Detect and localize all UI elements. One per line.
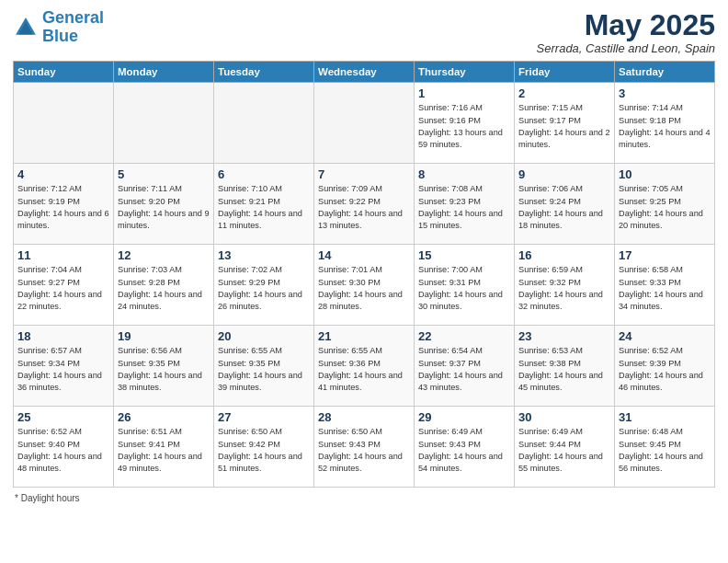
cell-info: Sunrise: 6:57 AM Sunset: 9:34 PM Dayligh… (17, 345, 109, 394)
cell-info: Sunrise: 6:52 AM Sunset: 9:40 PM Dayligh… (17, 426, 109, 475)
calendar-cell: 28Sunrise: 6:50 AM Sunset: 9:43 PM Dayli… (314, 407, 415, 488)
cell-info: Sunrise: 7:00 AM Sunset: 9:31 PM Dayligh… (418, 264, 510, 313)
calendar-cell (314, 83, 415, 164)
cell-info: Sunrise: 6:49 AM Sunset: 9:44 PM Dayligh… (518, 426, 610, 475)
day-number: 19 (118, 329, 210, 343)
calendar-cell: 29Sunrise: 6:49 AM Sunset: 9:43 PM Dayli… (415, 407, 515, 488)
week-row-2: 4Sunrise: 7:12 AM Sunset: 9:19 PM Daylig… (14, 164, 715, 245)
calendar-cell: 17Sunrise: 6:58 AM Sunset: 9:33 PM Dayli… (615, 245, 715, 326)
calendar-cell: 14Sunrise: 7:01 AM Sunset: 9:30 PM Dayli… (314, 245, 415, 326)
cell-info: Sunrise: 6:55 AM Sunset: 9:35 PM Dayligh… (218, 345, 310, 394)
calendar-header-row: SundayMondayTuesdayWednesdayThursdayFrid… (14, 62, 715, 83)
cell-info: Sunrise: 7:06 AM Sunset: 9:24 PM Dayligh… (518, 183, 610, 232)
calendar-cell: 15Sunrise: 7:00 AM Sunset: 9:31 PM Dayli… (415, 245, 515, 326)
day-number: 14 (318, 248, 410, 262)
logo-icon (13, 15, 39, 40)
day-header-saturday: Saturday (615, 62, 715, 83)
cell-info: Sunrise: 7:10 AM Sunset: 9:21 PM Dayligh… (218, 183, 310, 232)
calendar-cell: 7Sunrise: 7:09 AM Sunset: 9:22 PM Daylig… (314, 164, 415, 245)
day-number: 31 (619, 410, 711, 424)
day-header-sunday: Sunday (14, 62, 114, 83)
calendar-cell: 26Sunrise: 6:51 AM Sunset: 9:41 PM Dayli… (114, 407, 214, 488)
day-number: 7 (318, 167, 410, 181)
cell-info: Sunrise: 7:14 AM Sunset: 9:18 PM Dayligh… (619, 102, 711, 151)
week-row-1: 1Sunrise: 7:16 AM Sunset: 9:16 PM Daylig… (14, 83, 715, 164)
day-number: 25 (17, 410, 109, 424)
cell-info: Sunrise: 6:48 AM Sunset: 9:45 PM Dayligh… (619, 426, 711, 475)
day-number: 28 (318, 410, 410, 424)
cell-info: Sunrise: 7:01 AM Sunset: 9:30 PM Dayligh… (318, 264, 410, 313)
day-number: 15 (418, 248, 510, 262)
cell-info: Sunrise: 7:09 AM Sunset: 9:22 PM Dayligh… (318, 183, 410, 232)
month-title: May 2025 (537, 9, 715, 41)
calendar-cell: 4Sunrise: 7:12 AM Sunset: 9:19 PM Daylig… (14, 164, 114, 245)
calendar-cell: 25Sunrise: 6:52 AM Sunset: 9:40 PM Dayli… (14, 407, 114, 488)
day-number: 16 (518, 248, 610, 262)
calendar-cell: 24Sunrise: 6:52 AM Sunset: 9:39 PM Dayli… (615, 326, 715, 407)
calendar-cell: 21Sunrise: 6:55 AM Sunset: 9:36 PM Dayli… (314, 326, 415, 407)
day-number: 6 (218, 167, 310, 181)
day-number: 3 (619, 86, 711, 100)
cell-info: Sunrise: 7:02 AM Sunset: 9:29 PM Dayligh… (218, 264, 310, 313)
calendar-cell: 16Sunrise: 6:59 AM Sunset: 9:32 PM Dayli… (515, 245, 615, 326)
cell-info: Sunrise: 7:15 AM Sunset: 9:17 PM Dayligh… (518, 102, 610, 151)
cell-info: Sunrise: 7:11 AM Sunset: 9:20 PM Dayligh… (118, 183, 210, 232)
cell-info: Sunrise: 7:05 AM Sunset: 9:25 PM Dayligh… (619, 183, 711, 232)
calendar-cell: 19Sunrise: 6:56 AM Sunset: 9:35 PM Dayli… (114, 326, 214, 407)
page-container: General Blue May 2025 Serrada, Castille … (0, 0, 728, 516)
day-number: 23 (518, 329, 610, 343)
day-number: 10 (619, 167, 711, 181)
calendar-cell: 9Sunrise: 7:06 AM Sunset: 9:24 PM Daylig… (515, 164, 615, 245)
location: Serrada, Castille and Leon, Spain (537, 41, 715, 55)
cell-info: Sunrise: 7:03 AM Sunset: 9:28 PM Dayligh… (118, 264, 210, 313)
cell-info: Sunrise: 6:59 AM Sunset: 9:32 PM Dayligh… (518, 264, 610, 313)
cell-info: Sunrise: 6:49 AM Sunset: 9:43 PM Dayligh… (418, 426, 510, 475)
week-row-4: 18Sunrise: 6:57 AM Sunset: 9:34 PM Dayli… (14, 326, 715, 407)
calendar-cell: 31Sunrise: 6:48 AM Sunset: 9:45 PM Dayli… (615, 407, 715, 488)
day-number: 9 (518, 167, 610, 181)
cell-info: Sunrise: 6:54 AM Sunset: 9:37 PM Dayligh… (418, 345, 510, 394)
header: General Blue May 2025 Serrada, Castille … (13, 9, 715, 55)
calendar-cell: 30Sunrise: 6:49 AM Sunset: 9:44 PM Dayli… (515, 407, 615, 488)
calendar-cell: 1Sunrise: 7:16 AM Sunset: 9:16 PM Daylig… (415, 83, 515, 164)
cell-info: Sunrise: 6:52 AM Sunset: 9:39 PM Dayligh… (619, 345, 711, 394)
cell-info: Sunrise: 7:12 AM Sunset: 9:19 PM Dayligh… (17, 183, 109, 232)
day-number: 20 (218, 329, 310, 343)
cell-info: Sunrise: 6:58 AM Sunset: 9:33 PM Dayligh… (619, 264, 711, 313)
calendar-cell: 6Sunrise: 7:10 AM Sunset: 9:21 PM Daylig… (214, 164, 314, 245)
day-number: 12 (118, 248, 210, 262)
day-number: 4 (17, 167, 109, 181)
calendar-cell: 18Sunrise: 6:57 AM Sunset: 9:34 PM Dayli… (14, 326, 114, 407)
cell-info: Sunrise: 6:55 AM Sunset: 9:36 PM Dayligh… (318, 345, 410, 394)
calendar-cell (214, 83, 314, 164)
calendar-cell: 5Sunrise: 7:11 AM Sunset: 9:20 PM Daylig… (114, 164, 214, 245)
cell-info: Sunrise: 6:56 AM Sunset: 9:35 PM Dayligh… (118, 345, 210, 394)
logo: General Blue (13, 9, 104, 46)
day-number: 17 (619, 248, 711, 262)
calendar-cell: 12Sunrise: 7:03 AM Sunset: 9:28 PM Dayli… (114, 245, 214, 326)
cell-info: Sunrise: 6:51 AM Sunset: 9:41 PM Dayligh… (118, 426, 210, 475)
title-block: May 2025 Serrada, Castille and Leon, Spa… (537, 9, 715, 55)
calendar-cell: 23Sunrise: 6:53 AM Sunset: 9:38 PM Dayli… (515, 326, 615, 407)
cell-info: Sunrise: 7:16 AM Sunset: 9:16 PM Dayligh… (418, 102, 510, 151)
calendar-cell: 27Sunrise: 6:50 AM Sunset: 9:42 PM Dayli… (214, 407, 314, 488)
calendar-cell: 13Sunrise: 7:02 AM Sunset: 9:29 PM Dayli… (214, 245, 314, 326)
day-header-thursday: Thursday (415, 62, 515, 83)
calendar-cell: 11Sunrise: 7:04 AM Sunset: 9:27 PM Dayli… (14, 245, 114, 326)
cell-info: Sunrise: 7:04 AM Sunset: 9:27 PM Dayligh… (17, 264, 109, 313)
week-row-3: 11Sunrise: 7:04 AM Sunset: 9:27 PM Dayli… (14, 245, 715, 326)
calendar-cell (14, 83, 114, 164)
calendar-table: SundayMondayTuesdayWednesdayThursdayFrid… (13, 61, 715, 488)
day-number: 27 (218, 410, 310, 424)
day-number: 21 (318, 329, 410, 343)
day-number: 29 (418, 410, 510, 424)
calendar-cell: 10Sunrise: 7:05 AM Sunset: 9:25 PM Dayli… (615, 164, 715, 245)
cell-info: Sunrise: 6:50 AM Sunset: 9:43 PM Dayligh… (318, 426, 410, 475)
day-number: 5 (118, 167, 210, 181)
day-header-friday: Friday (515, 62, 615, 83)
cell-info: Sunrise: 6:50 AM Sunset: 9:42 PM Dayligh… (218, 426, 310, 475)
footnote: * Daylight hours (13, 493, 715, 503)
day-number: 13 (218, 248, 310, 262)
calendar-cell: 22Sunrise: 6:54 AM Sunset: 9:37 PM Dayli… (415, 326, 515, 407)
day-header-wednesday: Wednesday (314, 62, 415, 83)
